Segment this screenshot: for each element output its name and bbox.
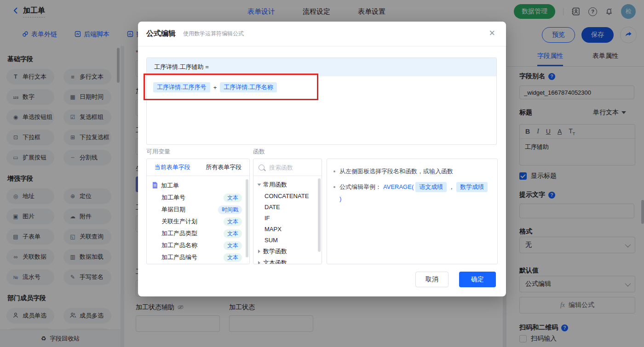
- function-item-if[interactable]: IF: [253, 212, 322, 223]
- function-group-label: 常用函数: [263, 181, 287, 189]
- chevron-expanded-icon: [258, 183, 261, 186]
- formula-chip[interactable]: 工序详情.工序序号: [153, 82, 210, 92]
- function-group-label: 数学函数: [263, 247, 287, 256]
- functions-section-label: 函数: [253, 148, 265, 156]
- example-chip: 数学成绩: [456, 182, 488, 192]
- variable-name: 加工产品名称: [161, 241, 197, 250]
- function-item-mapx[interactable]: MAPX: [253, 223, 322, 234]
- variables-scrollbar[interactable]: [246, 179, 248, 257]
- formula-target: 工序详情.工序辅助 =: [147, 58, 496, 76]
- functions-panel: 常用函数 CONCATENATE DATE IF MAPX SUM 数学函数 文…: [253, 159, 322, 264]
- tips-panel: 从左侧面板选择字段名和函数，或输入函数 公式编辑举例： AVERAGE( 语文成…: [327, 159, 498, 264]
- function-group-common[interactable]: 常用函数: [253, 179, 322, 190]
- variable-name: 加工产品类型: [161, 229, 197, 238]
- formula-expression[interactable]: 工序详情.工序序号 + 工序详情.工序名称: [147, 76, 496, 98]
- formula-chip[interactable]: 工序详情.工序名称: [220, 82, 277, 92]
- type-badge: 文本: [224, 193, 242, 202]
- function-item-date[interactable]: DATE: [253, 201, 322, 212]
- tip-item: 从左侧面板选择字段名和函数，或输入函数: [334, 166, 491, 176]
- confirm-button[interactable]: 确定: [459, 272, 496, 287]
- variables-section-label: 可用变量: [146, 148, 170, 156]
- variable-name: 单据日期: [161, 205, 185, 214]
- close-icon[interactable]: ×: [489, 28, 495, 38]
- function-search-input[interactable]: [268, 164, 314, 171]
- document-icon: [152, 182, 158, 190]
- type-badge: 文本: [224, 241, 242, 250]
- tip-example: 公式编辑举例： AVERAGE( 语文成绩 ， 数学成绩 ): [339, 182, 491, 204]
- type-badge: 文本: [224, 217, 242, 226]
- type-badge: 文本: [224, 229, 242, 238]
- variable-name: 关联生产计划: [161, 217, 197, 226]
- example-function-close: ): [339, 194, 341, 204]
- tab-current-form-fields[interactable]: 当前表单字段: [147, 159, 198, 176]
- tip-text: ，: [448, 182, 454, 192]
- variable-row[interactable]: 关联生产计划 文本: [147, 216, 249, 228]
- cancel-button[interactable]: 取消: [415, 272, 448, 287]
- tip-text: 从左侧面板选择字段名和函数，或输入函数: [339, 166, 453, 176]
- plus-operator: +: [213, 84, 217, 91]
- tip-item: 公式编辑举例： AVERAGE( 语文成绩 ， 数学成绩 ): [334, 182, 491, 204]
- variables-panel: 当前表单字段 所有表单字段 加工单 加工单号 文本 单据日期 时间戳 关联生产计…: [146, 159, 250, 264]
- variable-row[interactable]: 加工产品编号 文本: [147, 251, 249, 263]
- tree-root-form[interactable]: 加工单: [147, 180, 249, 192]
- tip-text: 公式编辑举例：: [339, 182, 381, 192]
- function-group-math[interactable]: 数学函数: [253, 245, 322, 257]
- formula-editor-modal: 公式编辑 使用数学运算符编辑公式 × 工序详情.工序辅助 = 工序详情.工序序号…: [138, 22, 506, 296]
- function-group-text[interactable]: 文本函数: [253, 257, 322, 264]
- modal-subtitle: 使用数学运算符编辑公式: [183, 30, 244, 38]
- variable-row[interactable]: 加工产品类型 文本: [147, 228, 249, 239]
- variable-row[interactable]: 加工产品名称 文本: [147, 239, 249, 251]
- variable-row[interactable]: 单据日期 时间戳: [147, 204, 249, 216]
- example-chip: 语文成绩: [415, 182, 447, 192]
- bullet-icon: [334, 186, 335, 188]
- variables-tabs: 当前表单字段 所有表单字段: [147, 159, 249, 176]
- search-icon: [259, 165, 264, 171]
- example-function: AVERAGE(: [383, 182, 414, 192]
- variable-name: 加工单号: [161, 193, 185, 202]
- type-badge: 时间戳: [218, 205, 242, 214]
- variables-tree: 加工单 加工单号 文本 单据日期 时间戳 关联生产计划 文本 加工产品类型 文本…: [147, 176, 249, 263]
- functions-scrollbar[interactable]: [318, 178, 321, 252]
- variable-name: 加工产品编号: [161, 253, 197, 262]
- modal-footer: 取消 确定: [415, 272, 496, 287]
- function-search: [253, 159, 322, 176]
- function-group-label: 文本函数: [263, 259, 287, 265]
- bullet-icon: [334, 171, 335, 172]
- modal-title: 公式编辑: [146, 29, 176, 39]
- modal-header: 公式编辑 使用数学运算符编辑公式 ×: [138, 22, 506, 46]
- function-item-sum[interactable]: SUM: [253, 234, 322, 245]
- type-badge: 文本: [224, 253, 242, 262]
- formula-editor-area[interactable]: 工序详情.工序辅助 = 工序详情.工序序号 + 工序详情.工序名称: [146, 57, 497, 145]
- function-item-concatenate[interactable]: CONCATENATE: [253, 190, 322, 201]
- tab-all-form-fields[interactable]: 所有表单字段: [198, 159, 250, 176]
- chevron-collapsed-icon: [258, 250, 260, 253]
- tree-root-label: 加工单: [161, 182, 179, 190]
- chevron-collapsed-icon: [258, 261, 260, 265]
- variable-row[interactable]: 加工单号 文本: [147, 192, 249, 204]
